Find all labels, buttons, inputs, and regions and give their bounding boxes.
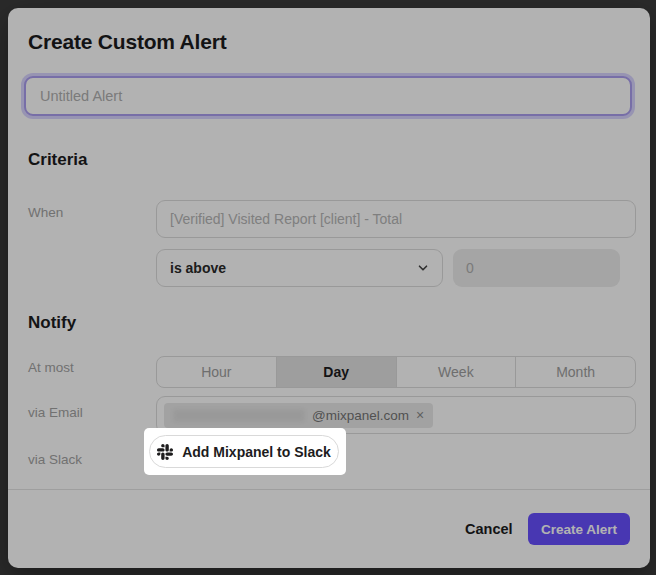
dim-overlay (0, 0, 656, 575)
slack-button-label: Add Mixpanel to Slack (182, 444, 331, 460)
screen: Create Custom Alert Criteria When [Verif… (0, 0, 656, 575)
slack-button-spotlight: Add Mixpanel to Slack (144, 428, 346, 475)
slack-icon (157, 444, 173, 460)
add-mixpanel-to-slack-button[interactable]: Add Mixpanel to Slack (149, 435, 339, 468)
